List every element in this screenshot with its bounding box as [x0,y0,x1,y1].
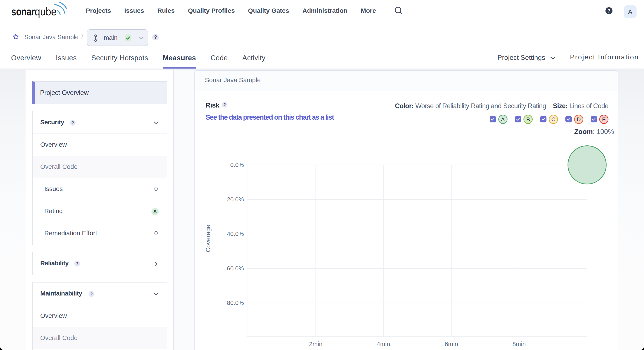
svg-text:2min: 2min [309,341,322,348]
svg-text:sonar: sonar [11,5,35,18]
svg-text:8min: 8min [512,341,526,348]
svg-text:qube: qube [35,5,57,18]
svg-text:40.0%: 40.0% [227,230,244,237]
svg-text:6min: 6min [445,341,458,348]
svg-text:20.0%: 20.0% [227,196,244,203]
svg-text:4min: 4min [377,341,390,348]
svg-text:60.0%: 60.0% [227,265,244,272]
svg-text:80.0%: 80.0% [227,300,244,306]
svg-text:Coverage: Coverage [204,224,212,252]
svg-text:0.0%: 0.0% [230,162,244,168]
